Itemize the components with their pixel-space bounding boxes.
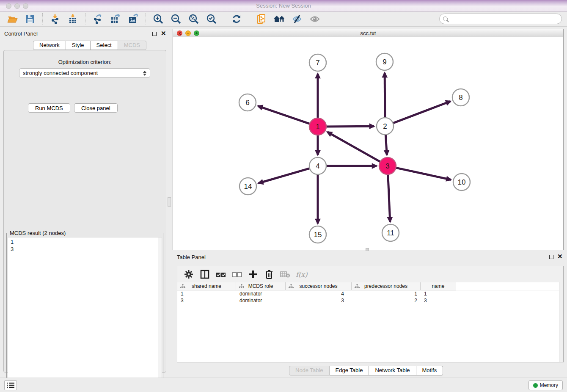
network-window-titlebar[interactable]: x − + scc.txt [173,29,563,37]
delete-table-icon [279,268,291,280]
graph-node-9[interactable]: 9 [376,53,393,70]
graph-edge-3-1[interactable] [328,132,381,162]
search-input[interactable] [450,16,561,22]
deselect-all-icon[interactable] [231,268,243,280]
table-settings-gear-icon[interactable] [183,268,195,280]
graph-edge-2-3[interactable] [385,134,387,155]
close-table-panel-icon[interactable]: ✕ [557,253,563,260]
graph-node-10[interactable]: 10 [453,174,470,190]
memory-button[interactable]: Memory [528,380,563,390]
export-network-icon[interactable] [91,13,104,25]
graph-node-8[interactable]: 8 [452,89,469,106]
mcds-result-group: MCDS result (2 nodes) 1 3 [6,230,163,392]
tab-select[interactable]: Select [91,41,118,50]
export-image-icon[interactable] [127,13,140,25]
graph-node-6[interactable]: 6 [239,94,256,111]
hide-graphics-icon[interactable] [291,13,303,25]
float-panel-icon[interactable] [152,32,157,36]
status-bar: Memory [0,378,567,392]
table-row[interactable]: 1 dominator 4 1 1 [177,290,559,297]
tab-network-table[interactable]: Network Table [369,366,416,375]
graph-node-1[interactable]: 1 [309,118,326,135]
search-box[interactable] [439,14,562,24]
refresh-icon[interactable] [230,13,243,25]
tab-motifs[interactable]: Motifs [416,366,443,375]
mcds-result-area[interactable]: 1 3 [8,237,162,390]
graph-node-14[interactable]: 14 [239,178,256,195]
column-header-successor-nodes[interactable]: successor nodes [286,282,352,290]
svg-text:11: 11 [387,229,394,237]
open-session-icon[interactable] [6,13,19,25]
graph-edge-3-10[interactable] [395,168,451,180]
clone-network-icon[interactable] [255,13,268,25]
table-row[interactable]: 3 dominator 3 2 3 [177,297,559,304]
zoom-selected-icon[interactable] [205,13,218,25]
table-header-row: shared name MCDS role successor nodes pr… [177,282,559,290]
zoom-fit-icon[interactable] [187,13,200,25]
control-panel-tabs: Network Style Select MCDS [33,41,146,50]
select-all-icon[interactable] [215,268,227,280]
show-column-panel-icon[interactable] [199,268,211,280]
mcds-result-legend: MCDS result (2 nodes) [8,230,67,236]
criterion-dropdown[interactable]: strongly connected component [19,68,150,78]
float-table-panel-icon[interactable] [549,255,553,259]
graph-edge-3-11[interactable] [388,174,390,222]
graph-node-15[interactable]: 15 [309,226,326,243]
graph-node-3[interactable]: 3 [379,157,396,174]
run-mcds-button[interactable]: Run MCDS [28,103,70,113]
tab-style[interactable]: Style [66,41,91,50]
graph-edge-1-6[interactable] [258,106,311,124]
toolbar-separator [224,13,224,25]
table-tabs: Node Table Edge Table Network Table Moti… [289,366,443,375]
graph-node-4[interactable]: 4 [309,157,326,174]
optimization-criterion-label: Optimization criterion: [4,59,166,65]
criterion-value: strongly connected component [23,70,98,76]
task-history-button[interactable] [4,380,17,390]
view-resize-handle[interactable] [366,248,369,251]
result-scrollbar[interactable] [158,237,162,390]
graph-edge-4-14[interactable] [259,168,311,183]
panel-divider-handle[interactable] [168,197,171,207]
show-graphics-icon[interactable] [308,13,321,25]
svg-text:15: 15 [314,231,322,239]
column-header-name[interactable]: name [421,282,456,290]
main-toolbar [0,12,567,27]
tab-network[interactable]: Network [33,41,66,50]
control-panel-title: Control Panel [4,30,38,37]
graph-edge-2-8[interactable] [392,101,451,123]
header-filler [456,282,559,290]
create-column-icon[interactable] [247,268,259,280]
svg-text:7: 7 [316,59,319,67]
close-panel-icon[interactable]: ✕ [161,30,166,37]
column-header-shared-name[interactable]: shared name [177,282,236,290]
tab-node-table[interactable]: Node Table [289,366,330,375]
import-network-icon[interactable] [49,13,61,25]
delete-column-trash-icon[interactable] [263,268,275,280]
column-header-mcds-role[interactable]: MCDS role [236,282,286,290]
graph-node-7[interactable]: 7 [309,54,326,71]
network-canvas[interactable]: 1234678910111415 [173,38,563,250]
import-table-icon[interactable] [66,13,79,25]
zoom-out-icon[interactable] [170,13,182,25]
table-panel: f(x) shared name MCDS role successor nod… [177,266,564,362]
tab-edge-table[interactable]: Edge Table [330,366,369,375]
window-title: Session: New Session [0,3,567,9]
table-body[interactable]: 1 dominator 4 1 1 3 dominator 3 2 3 [177,290,559,361]
svg-text:14: 14 [244,182,252,190]
close-panel-button[interactable]: Close panel [74,103,118,113]
export-table-icon[interactable] [109,13,122,25]
table-scrollbar[interactable] [559,282,563,362]
svg-text:6: 6 [245,99,249,107]
graph-edge-2-9[interactable] [385,73,385,119]
svg-text:8: 8 [459,94,462,102]
tab-mcds[interactable]: MCDS [118,41,146,50]
svg-text:3: 3 [385,162,389,170]
zoom-in-icon[interactable] [152,13,165,25]
graph-node-2[interactable]: 2 [377,118,394,135]
graph-node-11[interactable]: 11 [382,224,399,241]
home-icon[interactable] [273,13,286,25]
graph-edge-1-2[interactable] [325,126,374,127]
save-session-icon[interactable] [24,13,36,25]
column-header-predecessor-nodes[interactable]: predecessor nodes [352,282,421,290]
network-graph[interactable]: 1234678910111415 [173,38,563,250]
